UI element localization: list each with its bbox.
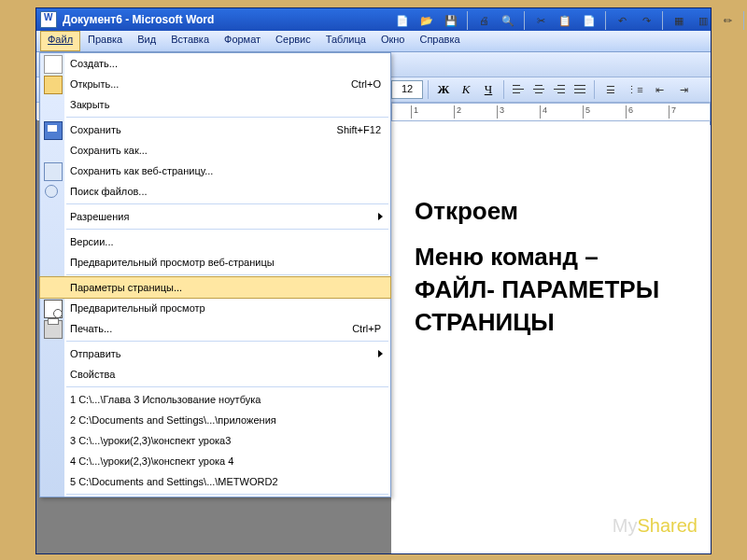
menu-separator [66,274,388,275]
menu-item[interactable]: 5 C:\Documents and Settings\...\METWORD2 [40,471,390,492]
document-page[interactable] [391,125,711,553]
menu-tools[interactable]: Сервис [268,31,318,51]
align-left-icon[interactable] [509,80,528,99]
print-icon[interactable]: 🖨 [472,10,495,31]
numbered-list-icon[interactable]: ☰ [599,79,622,100]
toolbar-separator [503,80,504,99]
align-justify-icon[interactable] [571,80,589,99]
menu-item[interactable]: 2 C:\Documents and Settings\...\приложен… [40,410,390,430]
bulleted-list-icon[interactable]: ⋮≡ [624,79,646,100]
word-window: Документ6 - Microsoft Word Файл Правка В… [35,7,712,554]
toolbar-separator [743,11,744,30]
ruler-number: 7 [671,105,676,115]
menu-item[interactable]: Сохранить как веб-страницу... [40,161,390,181]
menu-separator [66,117,388,118]
menu-item[interactable]: Отправить [40,343,390,364]
menu-item-label: Предварительный просмотр [70,302,381,314]
menu-item[interactable]: Версии... [40,231,390,252]
preview-icon[interactable]: 🔍 [497,10,519,31]
menu-window[interactable]: Окно [374,31,413,51]
toolbar-btn[interactable]: 📄 [391,10,414,31]
menu-separator [66,386,388,387]
cut-icon[interactable]: ✂ [529,10,552,31]
menu-item-label: Версии... [70,236,381,247]
menu-separator [66,341,388,342]
menu-item-label: 4 C:\...\уроки(2,3)\конспект урока 4 [70,455,381,467]
toolbar-separator [662,11,663,30]
menu-item[interactable]: СохранитьShift+F12 [40,119,390,140]
align-center-icon[interactable] [529,80,548,99]
decrease-indent-icon[interactable]: ⇤ [648,79,670,100]
menu-item-label: Поиск файлов... [70,186,381,197]
menu-item[interactable]: Печать...Ctrl+P [40,318,390,339]
menu-item[interactable]: 1 C:\...\Глава 3 Использование ноутбука [40,389,390,410]
menu-separator [66,203,388,204]
columns-icon[interactable]: ▥ [692,10,714,31]
italic-button[interactable]: К [456,80,476,99]
menu-item[interactable]: Предварительный просмотр [40,298,390,318]
copy-icon[interactable]: 📋 [554,10,576,31]
menu-table[interactable]: Таблица [318,31,374,51]
menu-item[interactable]: Закрыть [40,94,390,115]
menu-item[interactable]: Предварительный просмотр веб-страницы [40,252,390,273]
menu-shortcut: Shift+F12 [337,124,381,135]
menu-item-label: Открыть... [70,78,351,90]
menu-item-label: Разрешения [70,211,381,222]
window-title: Документ6 - Microsoft Word [63,13,214,26]
menu-item-label: Сохранить как... [70,145,381,156]
slide-stage: Документ6 - Microsoft Word Файл Правка В… [0,0,747,560]
undo-icon[interactable]: ↶ [611,10,633,31]
ruler-number: 5 [585,105,590,115]
menu-item[interactable]: Сохранить как... [40,140,390,161]
menu-item[interactable]: 4 C:\...\уроки(2,3)\конспект урока 4 [40,451,390,471]
menu-item-label: 1 C:\...\Глава 3 Использование ноутбука [70,394,381,405]
menu-item-label: 5 C:\Documents and Settings\...\METWORD2 [70,476,381,487]
toolbar-btn[interactable]: 📂 [416,10,438,31]
menu-bar[interactable]: Файл Правка Вид Вставка Формат Сервис Та… [36,31,711,52]
print-icon [44,320,63,339]
menu-item-label: Предварительный просмотр веб-страницы [70,257,381,268]
toolbar-separator [605,11,606,30]
redo-icon[interactable]: ↷ [635,10,657,31]
saveweb-icon [44,162,63,181]
tables-icon[interactable]: ▦ [668,10,690,31]
menu-item[interactable]: Открыть...Ctrl+O [40,74,390,94]
menu-item[interactable]: Поиск файлов... [40,181,390,202]
align-right-icon[interactable] [550,80,569,99]
menu-item-label: Сохранить [70,124,337,135]
menu-item-label: 2 C:\Documents and Settings\...\приложен… [70,414,381,426]
toolbar-btn[interactable]: 💾 [440,10,462,31]
watermark: MyShared [613,515,698,537]
menu-item[interactable]: Создать... [40,53,390,74]
menu-item[interactable]: Параметры страницы... [39,276,391,299]
menu-item[interactable]: 3 C:\...\уроки(2,3)\конспект урока3 [40,430,390,451]
font-size-combo[interactable]: 12 [391,80,423,99]
menu-insert[interactable]: Вставка [163,31,217,51]
horizontal-ruler[interactable]: 1234567 [391,103,711,121]
menu-shortcut: Ctrl+P [352,323,381,334]
paste-icon[interactable]: 📄 [578,10,600,31]
menu-view[interactable]: Вид [130,31,163,51]
menu-item-label: Печать... [70,323,352,334]
drawing-icon[interactable]: ✏ [716,10,739,31]
search-icon [45,185,58,198]
menu-help[interactable]: Справка [412,31,467,51]
ruler-number: 2 [457,105,461,115]
menu-item-label: 3 C:\...\уроки(2,3)\конспект урока3 [70,435,381,446]
menu-item[interactable]: Свойства [40,364,390,385]
menu-shortcut: Ctrl+O [351,78,381,90]
underline-button[interactable]: Ч [478,80,499,99]
menu-item-label: Параметры страницы... [70,282,381,293]
bold-button[interactable]: Ж [433,80,454,99]
menu-item[interactable]: Разрешения [40,206,390,227]
menu-item-label: Свойства [70,369,381,380]
toolbar-separator [428,80,429,99]
menu-file[interactable]: Файл [40,31,80,51]
menu-item-label: Отправить [70,348,381,359]
menu-format[interactable]: Формат [217,31,268,51]
increase-indent-icon[interactable]: ⇥ [672,79,695,100]
menu-separator [66,229,388,230]
submenu-arrow-icon [378,213,383,220]
menu-item-label: Сохранить как веб-страницу... [70,165,381,176]
menu-edit[interactable]: Правка [80,31,130,51]
